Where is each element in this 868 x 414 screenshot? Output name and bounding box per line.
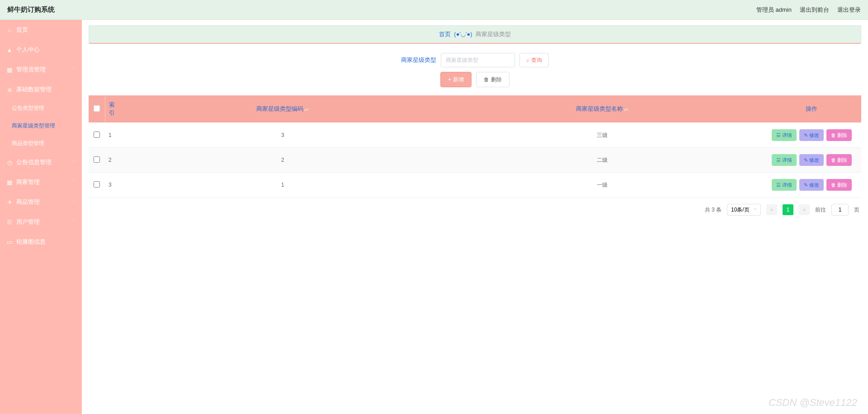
app-header: 鲜牛奶订购系统 管理员 admin 退出到前台 退出登录: [0, 0, 868, 20]
logout-link[interactable]: 退出登录: [837, 6, 861, 14]
header-actions: 管理员 admin 退出到前台 退出登录: [756, 6, 861, 14]
back-to-front-link[interactable]: 退出到前台: [800, 6, 829, 14]
admin-label[interactable]: 管理员 admin: [756, 6, 792, 14]
app-title: 鲜牛奶订购系统: [7, 5, 55, 14]
